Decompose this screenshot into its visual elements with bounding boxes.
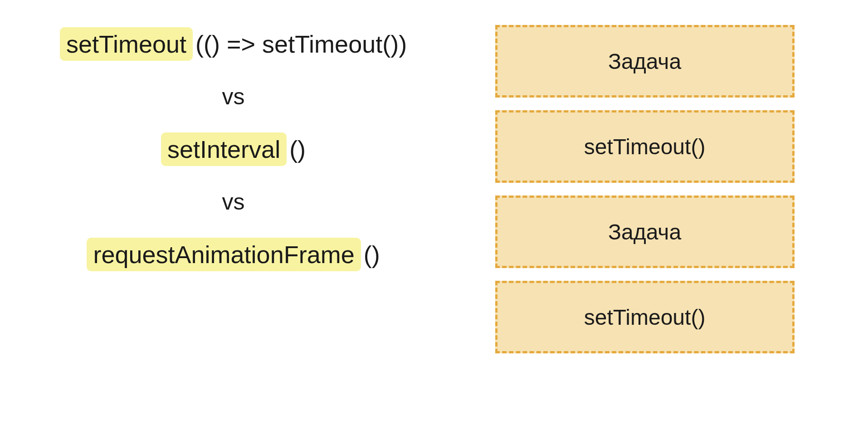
task-box-4: setTimeout()	[495, 281, 795, 353]
code-rest-2: ()	[289, 135, 306, 163]
code-line-settimeout: setTimeout (() => setTimeout())	[60, 27, 407, 61]
task-box-3: Задача	[495, 196, 795, 268]
code-rest-1: (() => setTimeout())	[195, 30, 407, 58]
vs-label-2: vs	[222, 189, 245, 215]
left-column: setTimeout (() => setTimeout()) vs setIn…	[23, 18, 444, 422]
code-line-raf: requestAnimationFrame ()	[87, 238, 380, 271]
diagram-container: setTimeout (() => setTimeout()) vs setIn…	[0, 0, 868, 440]
code-rest-3: ()	[364, 240, 380, 269]
highlight-setinterval: setInterval	[161, 132, 287, 166]
vs-label-1: vs	[222, 83, 245, 110]
right-column: Задача setTimeout() Задача setTimeout()	[444, 18, 845, 422]
code-line-setinterval: setInterval ()	[161, 132, 306, 166]
task-box-1: Задача	[495, 25, 795, 98]
highlight-settimeout: setTimeout	[60, 27, 193, 61]
highlight-raf: requestAnimationFrame	[87, 238, 361, 271]
task-box-2: setTimeout()	[495, 110, 795, 183]
